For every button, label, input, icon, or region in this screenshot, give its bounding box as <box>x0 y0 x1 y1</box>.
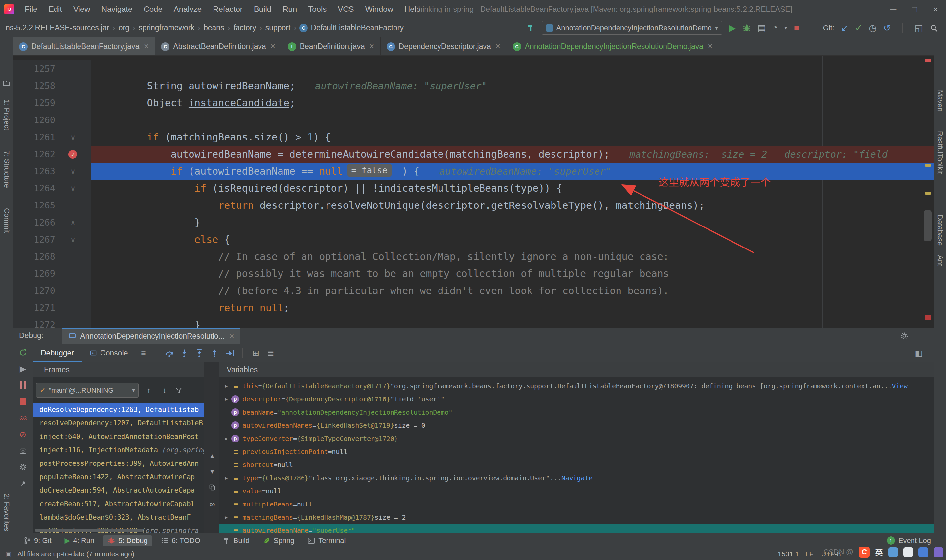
thread-dump-camera-icon[interactable] <box>18 446 28 455</box>
menu-icon[interactable]: ≡ <box>136 348 151 358</box>
toolwindow-button-run[interactable]: ▶4: Run <box>60 535 99 546</box>
menu-tools[interactable]: Tools <box>302 0 332 18</box>
close-tab-icon[interactable]: × <box>707 42 713 52</box>
breadcrumb-item[interactable]: springframework <box>139 23 194 32</box>
error-stripe-mark[interactable] <box>925 315 931 320</box>
tab-console[interactable]: Console <box>82 344 136 362</box>
step-out-icon[interactable] <box>207 348 222 358</box>
close-icon[interactable]: × <box>229 332 234 341</box>
code-line[interactable]: 1259 Object instanceCandidate; <box>13 95 934 112</box>
copy-stack-icon[interactable] <box>209 484 216 491</box>
code-line[interactable]: 1272 } <box>13 317 934 328</box>
variable-row[interactable]: ≡multipleBeans = null <box>219 498 934 511</box>
toolwindow-button-git[interactable]: 9: Git <box>19 535 56 546</box>
variable-row[interactable]: ≡value = null <box>219 485 934 498</box>
git-rollback-button[interactable]: ↺ <box>883 23 891 33</box>
expand-arrow-icon[interactable]: ▶ <box>221 435 231 442</box>
code-line[interactable]: 1257 <box>13 60 934 77</box>
stripe-item-structure[interactable]: 7: Structure <box>2 151 11 188</box>
stripe-item-restfultoolkit[interactable]: RestfulToolkit <box>936 131 944 174</box>
editor-tab[interactable]: CAbstractBeanDefinition.java× <box>155 37 282 55</box>
frame-row[interactable]: inject:116, InjectionMetadata (org.sprin… <box>33 443 204 457</box>
code-line[interactable]: 1260 <box>13 112 934 129</box>
breadcrumb-item[interactable]: beans <box>203 23 224 32</box>
code-line[interactable]: 1258 String autowiredBeanName;autowiredB… <box>13 77 934 95</box>
stop-icon[interactable] <box>18 397 28 406</box>
frame-row[interactable]: postProcessProperties:399, AutowiredAnn <box>33 457 204 471</box>
tool-window-switcher-icon[interactable]: ▣ <box>5 550 11 558</box>
warning-stripe-mark[interactable] <box>925 192 931 195</box>
code-line[interactable]: 1264∨ if (isRequired(descriptor) || !ind… <box>13 180 934 197</box>
editor-tab[interactable]: CDefaultListableBeanFactory.java× <box>13 37 155 55</box>
stripe-item-database[interactable]: Database <box>936 215 944 246</box>
frames-scrollbar[interactable] <box>35 529 143 532</box>
toolwindow-button-terminal[interactable]: Terminal <box>303 535 350 546</box>
frame-row[interactable]: inject:640, AutowiredAnnotationBeanPost <box>33 430 204 443</box>
menu-analyze[interactable]: Analyze <box>168 0 207 18</box>
git-history-button[interactable]: ◷ <box>869 23 877 33</box>
code-line[interactable]: 1267∨ else { <box>13 231 934 248</box>
minimize-icon[interactable]: ─ <box>883 0 904 18</box>
infinity-icon[interactable]: ∞ <box>209 500 215 509</box>
breadcrumb-item[interactable]: factory <box>234 23 256 32</box>
toolwindow-button-debug[interactable]: 5: Debug <box>103 535 152 546</box>
profiler-chevron-icon[interactable]: ▾ <box>784 24 787 31</box>
error-stripe-mark[interactable] <box>925 59 931 62</box>
menu-window[interactable]: Window <box>360 0 399 18</box>
toolwindow-button-spring[interactable]: Spring <box>259 535 299 546</box>
git-update-button[interactable]: ↙ <box>841 23 849 33</box>
expand-arrow-icon[interactable]: ▶ <box>221 383 231 389</box>
menu-code[interactable]: Code <box>138 0 168 18</box>
editor-tab[interactable]: CAnnotationDependencyInjectionResolution… <box>507 37 719 55</box>
run-configuration-select[interactable]: AnnotationDependencyInjectionResolutionD… <box>542 21 723 35</box>
event-log-button[interactable]: 1 Event Log <box>887 536 931 545</box>
frame-row[interactable]: doCreateBean:594, AbstractAutowireCapa <box>33 484 204 497</box>
force-step-into-icon[interactable] <box>192 348 207 358</box>
code-line[interactable]: 1268 // In case of an optional Collectio… <box>13 248 934 265</box>
code-line[interactable]: 1271 return null; <box>13 299 934 317</box>
editor-scrollbar[interactable] <box>924 210 932 241</box>
stripe-item-ant[interactable]: Ant <box>936 255 944 266</box>
variable-row[interactable]: ≡previousInjectionPoint = null <box>219 445 934 458</box>
variable-row[interactable]: ≡autowiredBeanName = "superUser" <box>219 524 934 533</box>
frame-row[interactable]: populateBean:1422, AbstractAutowireCap <box>33 471 204 484</box>
variable-row[interactable]: ▶≡this = {DefaultListableBeanFactory@171… <box>219 380 934 392</box>
debug-button[interactable] <box>743 24 751 32</box>
menu-vcs[interactable]: VCS <box>332 0 359 18</box>
maximize-icon[interactable]: □ <box>904 0 925 18</box>
menu-navigate[interactable]: Navigate <box>96 0 138 18</box>
menu-view[interactable]: View <box>68 0 96 18</box>
settings-gear-icon[interactable] <box>900 332 909 340</box>
project-folder-icon[interactable] <box>3 80 11 87</box>
filter-funnel-icon[interactable] <box>175 386 186 394</box>
evaluate-expression-icon[interactable]: ⊞ <box>248 348 263 358</box>
scroll-down-icon[interactable]: ▼ <box>209 468 216 475</box>
stripe-item-maven[interactable]: Maven <box>936 90 944 112</box>
build-hammer-icon[interactable] <box>527 24 535 32</box>
warning-stripe-mark[interactable] <box>925 164 931 167</box>
debug-session-tab[interactable]: AnnotationDependencyInjectionResolutio..… <box>62 328 240 344</box>
pin-icon[interactable] <box>18 478 28 488</box>
variable-row[interactable]: ▶pdescriptor = {DependencyDescriptor@171… <box>219 392 934 406</box>
menu-file[interactable]: File <box>19 0 43 18</box>
trace-settings-icon[interactable]: ≣ <box>263 348 278 358</box>
hide-panel-icon[interactable]: ─ <box>920 331 926 341</box>
code-line[interactable]: 1270 // (before 4.3 in particular when w… <box>13 282 934 299</box>
stripe-item-commit[interactable]: Commit <box>2 208 11 233</box>
coverage-button[interactable]: ▤ <box>758 23 766 33</box>
view-breakpoints-icon[interactable]: ⊙⊙ <box>18 413 28 423</box>
mute-breakpoints-icon[interactable]: ⊘ <box>18 429 28 439</box>
close-tab-icon[interactable]: × <box>270 42 276 52</box>
value-link[interactable]: Navigate <box>561 474 593 482</box>
stripe-item-favorites[interactable]: 2: Favorites <box>2 494 11 531</box>
variable-row[interactable]: ▶≡type = {Class@1786} "class org.xiaoge.… <box>219 471 934 485</box>
variable-row[interactable]: pbeanName = "annotationDependencyInjecti… <box>219 406 934 419</box>
run-to-cursor-icon[interactable] <box>222 348 237 358</box>
rerun-icon[interactable] <box>18 347 28 357</box>
line-ending-indicator[interactable]: LF <box>806 548 813 560</box>
editor-tab[interactable]: IBeanDefinition.java× <box>282 37 381 55</box>
settings-gear-icon[interactable] <box>18 462 28 472</box>
variable-row[interactable]: ▶ptypeConverter = {SimpleTypeConverter@1… <box>219 432 934 445</box>
menu-build[interactable]: Build <box>248 0 277 18</box>
breadcrumb-item[interactable]: DefaultListableBeanFactory <box>311 23 404 32</box>
